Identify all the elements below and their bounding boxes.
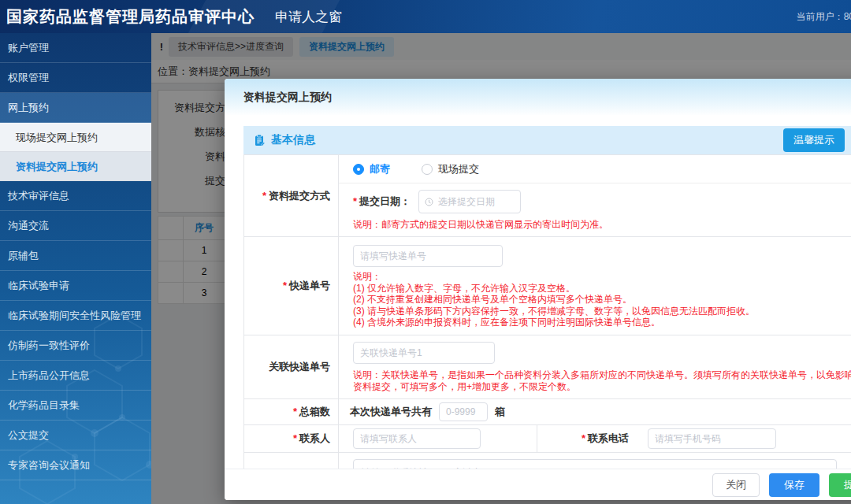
sidebar-item-clinical-trial-application[interactable]: 临床试验申请 <box>0 271 151 301</box>
form-row-contact: 联系人 联系电话 <box>244 425 851 453</box>
form-row-tracking-number: 快递单号 说明： (1) 仅允许输入数字、字母，不允许输入汉字及空格。 (2) … <box>244 237 851 335</box>
note-line: (4) 含境外来源的申报资料时，应在备注项下同时注明国际快递单号信息。 <box>353 317 851 328</box>
related-tracking-label: 关联快递单号 <box>244 335 339 398</box>
note-line: (1) 仅允许输入数字、字母，不允许输入汉字及空格。 <box>353 283 851 295</box>
radio-onsite-label[interactable]: 现场提交 <box>438 162 479 176</box>
submit-date-input[interactable] <box>418 190 521 213</box>
basic-info-section-bar: 基本信息 温馨提示 <box>243 126 851 154</box>
section-title: 基本信息 <box>271 133 315 147</box>
phone-input[interactable] <box>648 428 776 449</box>
address-label: 联系地址 <box>244 453 339 469</box>
current-user-label: 当前用户：80 <box>797 10 851 24</box>
radio-onsite[interactable] <box>422 164 433 175</box>
close-button[interactable]: 关闭 <box>712 473 760 497</box>
form-row-submit-method: 资料提交方式 邮寄 现场提交 提交日期： <box>244 155 851 237</box>
related-tracking-note: 说明：关联快递单号，是指如果一个品种资料分装入多箱所对应的不同快递单号。须填写所… <box>353 369 851 393</box>
submit-method-label: 资料提交方式 <box>244 155 339 236</box>
box-count-prefix: 本次快递单号共有 <box>350 405 432 419</box>
top-header: 国家药品监督管理局药品审评中心 申请人之窗 当前用户：80 <box>0 0 851 33</box>
sidebar-nav: 账户管理 权限管理 网上预约 现场提交网上预约 资料提交网上预约 技术审评信息 … <box>0 33 151 504</box>
form-row-box-count: 总箱数 本次快递单号共有 箱 <box>244 399 851 425</box>
box-count-input[interactable] <box>439 402 488 421</box>
note-line: (3) 请与快递单条形码下方内容保持一致，不得增减字母、数字等，以免因信息无法匹… <box>353 306 851 317</box>
basic-info-form: 资料提交方式 邮寄 现场提交 提交日期： <box>243 154 851 469</box>
material-submission-modal: 资料提交网上预约 基本信息 温馨提示 资料提交方式 <box>225 79 851 500</box>
sidebar-item-marketed-drug-public-info[interactable]: 上市药品公开信息 <box>0 361 151 391</box>
submit-method-radio-group: 邮寄 现场提交 <box>339 155 851 183</box>
contact-input[interactable] <box>353 428 481 449</box>
modal-body: 基本信息 温馨提示 资料提交方式 邮寄 现场提交 <box>225 115 851 469</box>
sidebar-item-material-submission-appointment[interactable]: 资料提交网上预约 <box>0 152 151 181</box>
modal-footer: 关闭 保存 提交 <box>225 469 851 500</box>
tracking-number-label: 快递单号 <box>244 237 339 335</box>
sidebar-item-clinical-trial-safety-risk[interactable]: 临床试验期间安全性风险管理 <box>0 301 151 331</box>
radio-mail-label[interactable]: 邮寄 <box>370 162 390 176</box>
box-count-suffix: 箱 <box>495 405 505 419</box>
sidebar-item-communication[interactable]: 沟通交流 <box>0 211 151 241</box>
box-count-label: 总箱数 <box>244 399 339 424</box>
submit-date-label: 提交日期： <box>353 195 411 209</box>
warm-tip-button[interactable]: 温馨提示 <box>783 128 845 152</box>
submit-method-note: 说明：邮寄方式的提交日期以快递官网显示的寄出时间为准。 <box>353 219 851 231</box>
phone-label: 联系电话 <box>537 425 637 452</box>
contact-label: 联系人 <box>244 425 339 452</box>
modal-title: 资料提交网上预约 <box>225 79 851 115</box>
sidebar-item-expert-meeting-notice[interactable]: 专家咨询会议通知 <box>0 450 151 480</box>
sidebar-item-raw-aux-package[interactable]: 原辅包 <box>0 241 151 271</box>
sidebar-item-account-management[interactable]: 账户管理 <box>0 33 151 63</box>
clipboard-edit-icon <box>253 134 266 146</box>
form-row-address: 联系地址 <box>244 453 851 469</box>
save-button[interactable]: 保存 <box>769 473 819 497</box>
radio-mail[interactable] <box>353 164 364 175</box>
header-sheen-decoration <box>188 0 340 33</box>
note-line: (2) 不支持重复创建相同快递单号及单个空格内填写多个快递单号。 <box>353 294 851 306</box>
sidebar-item-generic-consistency-evaluation[interactable]: 仿制药一致性评价 <box>0 331 151 361</box>
related-tracking-input[interactable] <box>353 342 495 364</box>
submit-date-row: 提交日期： <box>353 190 851 213</box>
sidebar-item-technical-review-info[interactable]: 技术审评信息 <box>0 181 151 211</box>
sidebar-item-permission-management[interactable]: 权限管理 <box>0 63 151 93</box>
application-window: 国家药品监督管理局药品审评中心 申请人之窗 当前用户：80 账户管理 权限管理 … <box>0 0 851 504</box>
note-title: 说明： <box>353 271 851 283</box>
sidebar-item-official-document-submission[interactable]: 公文提交 <box>0 421 151 450</box>
tracking-number-notes: 说明： (1) 仅允许输入数字、字母，不允许输入汉字及空格。 (2) 不支持重复… <box>353 271 851 328</box>
sidebar-item-online-appointment[interactable]: 网上预约 <box>0 93 151 123</box>
tracking-number-input[interactable] <box>353 245 503 267</box>
sidebar-item-onsite-submission-appointment[interactable]: 现场提交网上预约 <box>0 123 151 152</box>
submit-button[interactable]: 提交 <box>829 473 851 497</box>
sidebar-item-chemical-drug-catalog[interactable]: 化学药品目录集 <box>0 391 151 421</box>
address-textarea[interactable] <box>353 459 837 469</box>
form-row-related-tracking: 关联快递单号 说明：关联快递单号，是指如果一个品种资料分装入多箱所对应的不同快递… <box>244 335 851 399</box>
